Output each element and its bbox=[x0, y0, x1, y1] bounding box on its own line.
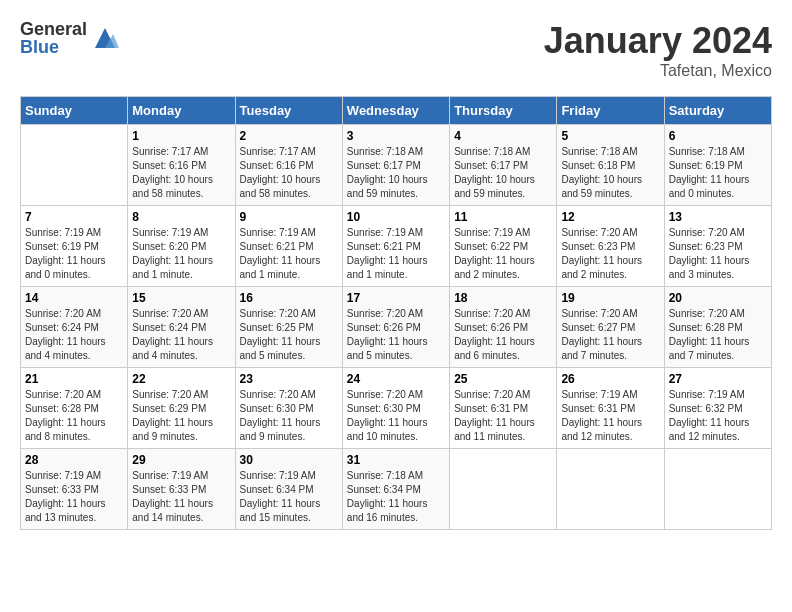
calendar-cell: 14 Sunrise: 7:20 AMSunset: 6:24 PMDaylig… bbox=[21, 287, 128, 368]
calendar-cell: 27 Sunrise: 7:19 AMSunset: 6:32 PMDaylig… bbox=[664, 368, 771, 449]
day-info: Sunrise: 7:19 AMSunset: 6:20 PMDaylight:… bbox=[132, 226, 230, 282]
day-info: Sunrise: 7:20 AMSunset: 6:23 PMDaylight:… bbox=[669, 226, 767, 282]
day-info: Sunrise: 7:18 AMSunset: 6:19 PMDaylight:… bbox=[669, 145, 767, 201]
calendar-cell: 26 Sunrise: 7:19 AMSunset: 6:31 PMDaylig… bbox=[557, 368, 664, 449]
calendar-cell bbox=[557, 449, 664, 530]
day-number: 28 bbox=[25, 453, 123, 467]
column-header-thursday: Thursday bbox=[450, 97, 557, 125]
day-number: 10 bbox=[347, 210, 445, 224]
column-header-tuesday: Tuesday bbox=[235, 97, 342, 125]
day-info: Sunrise: 7:20 AMSunset: 6:23 PMDaylight:… bbox=[561, 226, 659, 282]
day-number: 12 bbox=[561, 210, 659, 224]
calendar-week-row: 21 Sunrise: 7:20 AMSunset: 6:28 PMDaylig… bbox=[21, 368, 772, 449]
calendar-cell: 24 Sunrise: 7:20 AMSunset: 6:30 PMDaylig… bbox=[342, 368, 449, 449]
calendar-cell: 16 Sunrise: 7:20 AMSunset: 6:25 PMDaylig… bbox=[235, 287, 342, 368]
day-info: Sunrise: 7:19 AMSunset: 6:31 PMDaylight:… bbox=[561, 388, 659, 444]
calendar-cell: 23 Sunrise: 7:20 AMSunset: 6:30 PMDaylig… bbox=[235, 368, 342, 449]
day-info: Sunrise: 7:20 AMSunset: 6:27 PMDaylight:… bbox=[561, 307, 659, 363]
day-info: Sunrise: 7:20 AMSunset: 6:26 PMDaylight:… bbox=[454, 307, 552, 363]
calendar-cell: 9 Sunrise: 7:19 AMSunset: 6:21 PMDayligh… bbox=[235, 206, 342, 287]
calendar-header-row: SundayMondayTuesdayWednesdayThursdayFrid… bbox=[21, 97, 772, 125]
calendar-cell: 4 Sunrise: 7:18 AMSunset: 6:17 PMDayligh… bbox=[450, 125, 557, 206]
day-info: Sunrise: 7:19 AMSunset: 6:21 PMDaylight:… bbox=[240, 226, 338, 282]
title-block: January 2024 Tafetan, Mexico bbox=[544, 20, 772, 80]
day-info: Sunrise: 7:20 AMSunset: 6:30 PMDaylight:… bbox=[347, 388, 445, 444]
calendar-cell bbox=[21, 125, 128, 206]
day-number: 9 bbox=[240, 210, 338, 224]
day-number: 20 bbox=[669, 291, 767, 305]
calendar-table: SundayMondayTuesdayWednesdayThursdayFrid… bbox=[20, 96, 772, 530]
column-header-friday: Friday bbox=[557, 97, 664, 125]
page-header: General Blue January 2024 Tafetan, Mexic… bbox=[20, 20, 772, 80]
day-info: Sunrise: 7:17 AMSunset: 6:16 PMDaylight:… bbox=[240, 145, 338, 201]
day-number: 15 bbox=[132, 291, 230, 305]
day-number: 24 bbox=[347, 372, 445, 386]
calendar-week-row: 14 Sunrise: 7:20 AMSunset: 6:24 PMDaylig… bbox=[21, 287, 772, 368]
day-number: 2 bbox=[240, 129, 338, 143]
logo-blue-text: Blue bbox=[20, 38, 87, 56]
calendar-cell: 8 Sunrise: 7:19 AMSunset: 6:20 PMDayligh… bbox=[128, 206, 235, 287]
day-number: 1 bbox=[132, 129, 230, 143]
calendar-cell: 20 Sunrise: 7:20 AMSunset: 6:28 PMDaylig… bbox=[664, 287, 771, 368]
day-info: Sunrise: 7:19 AMSunset: 6:19 PMDaylight:… bbox=[25, 226, 123, 282]
calendar-week-row: 28 Sunrise: 7:19 AMSunset: 6:33 PMDaylig… bbox=[21, 449, 772, 530]
day-info: Sunrise: 7:20 AMSunset: 6:24 PMDaylight:… bbox=[25, 307, 123, 363]
day-info: Sunrise: 7:18 AMSunset: 6:34 PMDaylight:… bbox=[347, 469, 445, 525]
calendar-cell: 17 Sunrise: 7:20 AMSunset: 6:26 PMDaylig… bbox=[342, 287, 449, 368]
calendar-cell: 1 Sunrise: 7:17 AMSunset: 6:16 PMDayligh… bbox=[128, 125, 235, 206]
calendar-cell: 31 Sunrise: 7:18 AMSunset: 6:34 PMDaylig… bbox=[342, 449, 449, 530]
calendar-cell: 22 Sunrise: 7:20 AMSunset: 6:29 PMDaylig… bbox=[128, 368, 235, 449]
calendar-cell: 10 Sunrise: 7:19 AMSunset: 6:21 PMDaylig… bbox=[342, 206, 449, 287]
day-number: 4 bbox=[454, 129, 552, 143]
calendar-cell: 15 Sunrise: 7:20 AMSunset: 6:24 PMDaylig… bbox=[128, 287, 235, 368]
day-number: 8 bbox=[132, 210, 230, 224]
calendar-week-row: 1 Sunrise: 7:17 AMSunset: 6:16 PMDayligh… bbox=[21, 125, 772, 206]
day-number: 7 bbox=[25, 210, 123, 224]
calendar-cell: 12 Sunrise: 7:20 AMSunset: 6:23 PMDaylig… bbox=[557, 206, 664, 287]
calendar-cell: 21 Sunrise: 7:20 AMSunset: 6:28 PMDaylig… bbox=[21, 368, 128, 449]
calendar-cell bbox=[450, 449, 557, 530]
calendar-cell: 11 Sunrise: 7:19 AMSunset: 6:22 PMDaylig… bbox=[450, 206, 557, 287]
day-info: Sunrise: 7:19 AMSunset: 6:33 PMDaylight:… bbox=[25, 469, 123, 525]
calendar-cell: 7 Sunrise: 7:19 AMSunset: 6:19 PMDayligh… bbox=[21, 206, 128, 287]
logo: General Blue bbox=[20, 20, 119, 56]
day-number: 16 bbox=[240, 291, 338, 305]
column-header-saturday: Saturday bbox=[664, 97, 771, 125]
logo-general-text: General bbox=[20, 20, 87, 38]
location-subtitle: Tafetan, Mexico bbox=[544, 62, 772, 80]
day-info: Sunrise: 7:18 AMSunset: 6:17 PMDaylight:… bbox=[347, 145, 445, 201]
day-number: 30 bbox=[240, 453, 338, 467]
calendar-cell bbox=[664, 449, 771, 530]
calendar-cell: 3 Sunrise: 7:18 AMSunset: 6:17 PMDayligh… bbox=[342, 125, 449, 206]
day-number: 11 bbox=[454, 210, 552, 224]
day-number: 14 bbox=[25, 291, 123, 305]
day-number: 22 bbox=[132, 372, 230, 386]
column-header-sunday: Sunday bbox=[21, 97, 128, 125]
calendar-cell: 2 Sunrise: 7:17 AMSunset: 6:16 PMDayligh… bbox=[235, 125, 342, 206]
calendar-cell: 30 Sunrise: 7:19 AMSunset: 6:34 PMDaylig… bbox=[235, 449, 342, 530]
day-info: Sunrise: 7:20 AMSunset: 6:28 PMDaylight:… bbox=[669, 307, 767, 363]
calendar-cell: 5 Sunrise: 7:18 AMSunset: 6:18 PMDayligh… bbox=[557, 125, 664, 206]
day-info: Sunrise: 7:19 AMSunset: 6:32 PMDaylight:… bbox=[669, 388, 767, 444]
day-info: Sunrise: 7:20 AMSunset: 6:28 PMDaylight:… bbox=[25, 388, 123, 444]
day-info: Sunrise: 7:19 AMSunset: 6:21 PMDaylight:… bbox=[347, 226, 445, 282]
day-info: Sunrise: 7:20 AMSunset: 6:25 PMDaylight:… bbox=[240, 307, 338, 363]
day-number: 27 bbox=[669, 372, 767, 386]
column-header-wednesday: Wednesday bbox=[342, 97, 449, 125]
day-info: Sunrise: 7:20 AMSunset: 6:29 PMDaylight:… bbox=[132, 388, 230, 444]
day-number: 26 bbox=[561, 372, 659, 386]
day-info: Sunrise: 7:19 AMSunset: 6:34 PMDaylight:… bbox=[240, 469, 338, 525]
calendar-cell: 6 Sunrise: 7:18 AMSunset: 6:19 PMDayligh… bbox=[664, 125, 771, 206]
day-info: Sunrise: 7:18 AMSunset: 6:17 PMDaylight:… bbox=[454, 145, 552, 201]
column-header-monday: Monday bbox=[128, 97, 235, 125]
day-number: 23 bbox=[240, 372, 338, 386]
day-info: Sunrise: 7:17 AMSunset: 6:16 PMDaylight:… bbox=[132, 145, 230, 201]
logo-icon bbox=[91, 24, 119, 52]
calendar-cell: 29 Sunrise: 7:19 AMSunset: 6:33 PMDaylig… bbox=[128, 449, 235, 530]
calendar-cell: 25 Sunrise: 7:20 AMSunset: 6:31 PMDaylig… bbox=[450, 368, 557, 449]
day-number: 31 bbox=[347, 453, 445, 467]
day-info: Sunrise: 7:19 AMSunset: 6:33 PMDaylight:… bbox=[132, 469, 230, 525]
calendar-cell: 13 Sunrise: 7:20 AMSunset: 6:23 PMDaylig… bbox=[664, 206, 771, 287]
day-info: Sunrise: 7:20 AMSunset: 6:30 PMDaylight:… bbox=[240, 388, 338, 444]
day-number: 6 bbox=[669, 129, 767, 143]
